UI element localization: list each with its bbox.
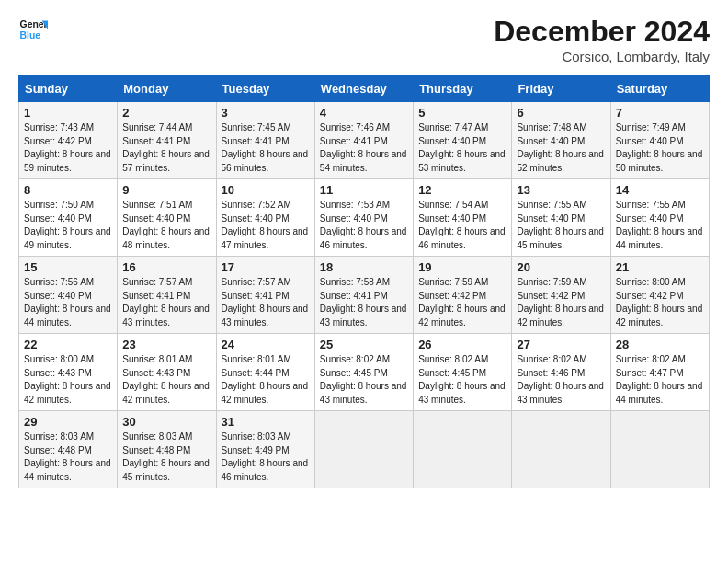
weekday-header: Wednesday (314, 76, 413, 102)
day-number: 10 (222, 183, 310, 197)
logo: General Blue (18, 15, 48, 44)
weekday-header: Saturday (610, 76, 709, 102)
day-number: 18 (320, 260, 408, 274)
day-details: Sunrise: 8:02 AMSunset: 4:46 PMDaylight:… (517, 353, 605, 407)
day-number: 23 (122, 338, 210, 351)
day-details: Sunrise: 7:57 AMSunset: 4:41 PMDaylight:… (122, 276, 210, 329)
day-number: 7 (616, 106, 704, 120)
day-number: 5 (418, 106, 506, 120)
calendar-cell (414, 411, 512, 488)
day-number: 15 (24, 260, 112, 274)
day-number: 19 (418, 260, 506, 274)
calendar-body: 1Sunrise: 7:43 AMSunset: 4:42 PMDaylight… (19, 102, 710, 488)
day-number: 17 (222, 260, 310, 274)
calendar-cell: 16Sunrise: 7:57 AMSunset: 4:41 PMDayligh… (118, 257, 216, 334)
day-details: Sunrise: 7:47 AMSunset: 4:40 PMDaylight:… (418, 121, 506, 175)
day-details: Sunrise: 7:56 AMSunset: 4:40 PMDaylight:… (24, 276, 112, 329)
calendar-cell: 8Sunrise: 7:50 AMSunset: 4:40 PMDaylight… (19, 179, 118, 257)
day-details: Sunrise: 8:01 AMSunset: 4:43 PMDaylight:… (122, 353, 210, 407)
day-details: Sunrise: 7:54 AMSunset: 4:40 PMDaylight:… (418, 199, 506, 252)
calendar-cell: 9Sunrise: 7:51 AMSunset: 4:40 PMDaylight… (118, 179, 216, 257)
calendar-cell: 25Sunrise: 8:02 AMSunset: 4:45 PMDayligh… (314, 334, 413, 411)
month-title: December 2024 (494, 15, 710, 49)
calendar-cell: 26Sunrise: 8:02 AMSunset: 4:45 PMDayligh… (414, 334, 512, 411)
day-details: Sunrise: 7:46 AMSunset: 4:41 PMDaylight:… (320, 121, 408, 175)
calendar-cell: 4Sunrise: 7:46 AMSunset: 4:41 PMDaylight… (314, 102, 413, 179)
day-details: Sunrise: 7:55 AMSunset: 4:40 PMDaylight:… (517, 199, 605, 252)
calendar-cell: 7Sunrise: 7:49 AMSunset: 4:40 PMDaylight… (610, 102, 709, 179)
calendar-cell: 17Sunrise: 7:57 AMSunset: 4:41 PMDayligh… (216, 257, 314, 334)
day-details: Sunrise: 7:52 AMSunset: 4:40 PMDaylight:… (222, 199, 310, 252)
weekday-header: Tuesday (216, 76, 314, 102)
calendar-cell: 31Sunrise: 8:03 AMSunset: 4:49 PMDayligh… (216, 411, 314, 488)
day-number: 11 (320, 183, 408, 197)
day-number: 12 (418, 183, 506, 197)
calendar-cell: 19Sunrise: 7:59 AMSunset: 4:42 PMDayligh… (414, 257, 512, 334)
calendar-week-row: 15Sunrise: 7:56 AMSunset: 4:40 PMDayligh… (19, 257, 710, 334)
day-number: 30 (122, 415, 210, 429)
day-details: Sunrise: 7:58 AMSunset: 4:41 PMDaylight:… (320, 276, 408, 329)
day-number: 8 (24, 183, 112, 197)
day-number: 6 (517, 106, 605, 120)
day-number: 21 (616, 260, 704, 274)
calendar-cell: 12Sunrise: 7:54 AMSunset: 4:40 PMDayligh… (414, 179, 512, 257)
day-details: Sunrise: 7:59 AMSunset: 4:42 PMDaylight:… (418, 276, 506, 329)
weekday-header: Monday (118, 76, 216, 102)
day-number: 9 (122, 183, 210, 197)
day-details: Sunrise: 8:02 AMSunset: 4:45 PMDaylight:… (320, 353, 408, 407)
day-details: Sunrise: 7:59 AMSunset: 4:42 PMDaylight:… (517, 276, 605, 329)
calendar-cell: 28Sunrise: 8:02 AMSunset: 4:47 PMDayligh… (610, 334, 709, 411)
day-details: Sunrise: 7:50 AMSunset: 4:40 PMDaylight:… (24, 199, 112, 252)
calendar-cell: 5Sunrise: 7:47 AMSunset: 4:40 PMDaylight… (414, 102, 512, 179)
day-details: Sunrise: 8:03 AMSunset: 4:49 PMDaylight:… (222, 431, 310, 484)
calendar-cell: 14Sunrise: 7:55 AMSunset: 4:40 PMDayligh… (610, 179, 709, 257)
calendar-cell: 27Sunrise: 8:02 AMSunset: 4:46 PMDayligh… (512, 334, 610, 411)
calendar-week-row: 29Sunrise: 8:03 AMSunset: 4:48 PMDayligh… (19, 411, 710, 488)
svg-text:Blue: Blue (20, 30, 41, 40)
weekday-header: Friday (512, 76, 610, 102)
title-block: December 2024 Corsico, Lombardy, Italy (494, 15, 710, 64)
day-details: Sunrise: 8:00 AMSunset: 4:43 PMDaylight:… (24, 353, 112, 407)
calendar-cell: 24Sunrise: 8:01 AMSunset: 4:44 PMDayligh… (216, 334, 314, 411)
day-number: 25 (320, 338, 408, 351)
day-details: Sunrise: 7:51 AMSunset: 4:40 PMDaylight:… (122, 199, 210, 252)
day-details: Sunrise: 8:02 AMSunset: 4:45 PMDaylight:… (418, 353, 506, 407)
calendar-cell: 10Sunrise: 7:52 AMSunset: 4:40 PMDayligh… (216, 179, 314, 257)
day-number: 26 (418, 338, 506, 351)
day-number: 13 (517, 183, 605, 197)
day-details: Sunrise: 7:55 AMSunset: 4:40 PMDaylight:… (616, 199, 704, 252)
day-number: 24 (222, 338, 310, 351)
calendar-cell: 21Sunrise: 8:00 AMSunset: 4:42 PMDayligh… (610, 257, 709, 334)
day-details: Sunrise: 7:48 AMSunset: 4:40 PMDaylight:… (517, 121, 605, 175)
calendar-cell: 22Sunrise: 8:00 AMSunset: 4:43 PMDayligh… (19, 334, 118, 411)
day-number: 4 (320, 106, 408, 120)
calendar-cell: 2Sunrise: 7:44 AMSunset: 4:41 PMDaylight… (118, 102, 216, 179)
day-number: 3 (222, 106, 310, 120)
weekday-header: Sunday (19, 76, 118, 102)
calendar-cell (610, 411, 709, 488)
calendar-cell: 23Sunrise: 8:01 AMSunset: 4:43 PMDayligh… (118, 334, 216, 411)
main-container: General Blue December 2024 Corsico, Lomb… (0, 0, 728, 498)
calendar-cell: 6Sunrise: 7:48 AMSunset: 4:40 PMDaylight… (512, 102, 610, 179)
day-number: 16 (122, 260, 210, 274)
day-number: 29 (24, 415, 112, 429)
calendar-cell: 13Sunrise: 7:55 AMSunset: 4:40 PMDayligh… (512, 179, 610, 257)
weekday-header: Thursday (414, 76, 512, 102)
calendar-table: SundayMondayTuesdayWednesdayThursdayFrid… (18, 75, 710, 488)
day-number: 1 (24, 106, 112, 120)
calendar-week-row: 1Sunrise: 7:43 AMSunset: 4:42 PMDaylight… (19, 102, 710, 179)
day-details: Sunrise: 8:02 AMSunset: 4:47 PMDaylight:… (616, 353, 704, 407)
calendar-cell: 11Sunrise: 7:53 AMSunset: 4:40 PMDayligh… (314, 179, 413, 257)
calendar-header-row: SundayMondayTuesdayWednesdayThursdayFrid… (19, 76, 710, 102)
day-number: 22 (24, 338, 112, 351)
day-number: 27 (517, 338, 605, 351)
calendar-cell: 18Sunrise: 7:58 AMSunset: 4:41 PMDayligh… (314, 257, 413, 334)
day-details: Sunrise: 8:03 AMSunset: 4:48 PMDaylight:… (122, 431, 210, 484)
day-number: 14 (616, 183, 704, 197)
calendar-cell: 20Sunrise: 7:59 AMSunset: 4:42 PMDayligh… (512, 257, 610, 334)
calendar-week-row: 22Sunrise: 8:00 AMSunset: 4:43 PMDayligh… (19, 334, 710, 411)
calendar-cell: 30Sunrise: 8:03 AMSunset: 4:48 PMDayligh… (118, 411, 216, 488)
day-details: Sunrise: 8:03 AMSunset: 4:48 PMDaylight:… (24, 431, 112, 484)
calendar-cell: 15Sunrise: 7:56 AMSunset: 4:40 PMDayligh… (19, 257, 118, 334)
calendar-cell: 29Sunrise: 8:03 AMSunset: 4:48 PMDayligh… (19, 411, 118, 488)
